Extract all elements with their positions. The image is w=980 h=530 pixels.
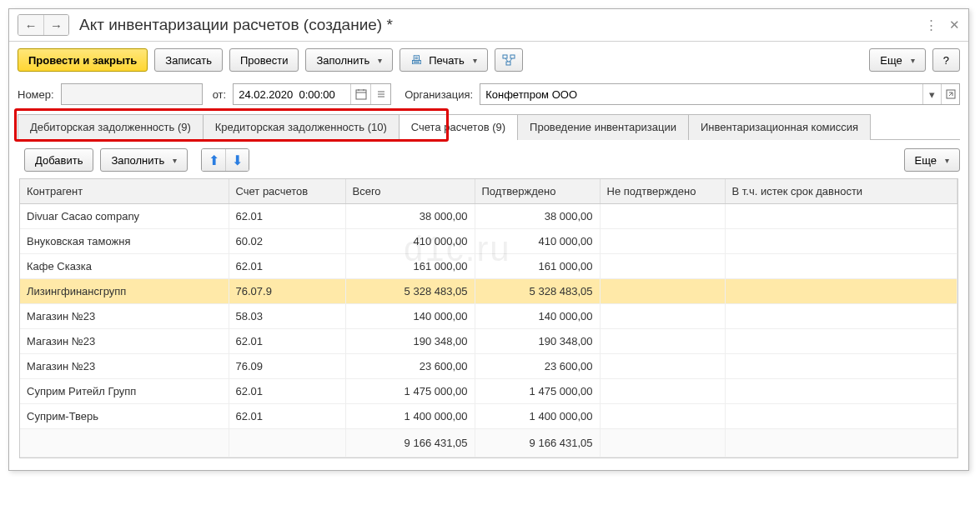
tab-accounts[interactable]: Счета расчетов (9) <box>399 114 518 140</box>
table-row[interactable]: Divuar Cacao company62.0138 000,0038 000… <box>20 204 957 229</box>
cell-expired <box>725 229 957 254</box>
calendar-icon[interactable] <box>350 84 370 104</box>
svg-rect-2 <box>506 62 510 65</box>
forward-button[interactable]: → <box>43 15 68 35</box>
table-row[interactable]: Магазин №2358.03140 000,00140 000,00 <box>20 304 957 329</box>
table-row[interactable]: Магазин №2362.01190 348,00190 348,00 <box>20 329 957 354</box>
cell-total: 5 328 483,05 <box>345 279 475 304</box>
total-sum: 9 166 431,05 <box>345 429 475 458</box>
arrow-up-icon: ⬆ <box>209 152 219 168</box>
cell-confirmed: 1 400 000,00 <box>475 404 600 429</box>
cell-account: 60.02 <box>229 229 345 254</box>
cell-counterparty: Магазин №23 <box>20 329 229 354</box>
cell-unconfirmed <box>600 304 725 329</box>
open-icon[interactable] <box>941 84 959 104</box>
cell-total: 140 000,00 <box>345 304 475 329</box>
organization-field[interactable]: ▾ <box>480 83 960 105</box>
cell-total: 190 348,00 <box>345 329 475 354</box>
add-row-button[interactable]: Добавить <box>24 148 93 172</box>
close-icon[interactable]: ✕ <box>949 18 960 32</box>
table-row[interactable]: Магазин №2376.0923 600,0023 600,00 <box>20 354 957 379</box>
cell-counterparty: Магазин №23 <box>20 354 229 379</box>
svg-rect-1 <box>510 55 515 58</box>
back-button[interactable]: ← <box>18 15 43 35</box>
cell-account: 62.01 <box>229 254 345 279</box>
cell-expired <box>725 304 957 329</box>
cell-account: 76.07.9 <box>229 279 345 304</box>
tab-creditors[interactable]: Кредиторская задолженность (10) <box>203 114 400 140</box>
page-title: Акт инвентаризации расчетов (создание) * <box>79 16 925 34</box>
print-button[interactable]: Печать <box>400 48 488 72</box>
more-button[interactable]: Еще <box>869 48 925 72</box>
table-row[interactable]: Кафе Сказка62.01161 000,00161 000,00 <box>20 254 957 279</box>
move-down-button[interactable]: ⬇ <box>225 149 249 171</box>
post-and-close-button[interactable]: Провести и закрыть <box>18 48 148 72</box>
arrow-down-icon: ⬇ <box>232 152 243 168</box>
cell-expired <box>725 404 957 429</box>
cell-counterparty: Суприм-Тверь <box>20 404 229 429</box>
cell-confirmed: 38 000,00 <box>475 204 600 229</box>
cell-counterparty: Суприм Ритейл Групп <box>20 379 229 404</box>
cell-expired <box>725 279 957 304</box>
org-label: Организация: <box>405 88 473 101</box>
col-unconfirmed[interactable]: Не подтверждено <box>600 179 725 204</box>
organization-input[interactable] <box>480 87 922 102</box>
fill-rows-button[interactable]: Заполнить <box>100 148 188 172</box>
cell-account: 62.01 <box>229 329 345 354</box>
help-button[interactable]: ? <box>932 48 960 72</box>
menu-icon[interactable]: ⋮ <box>925 18 937 32</box>
cell-total: 410 000,00 <box>345 229 475 254</box>
accounts-table: Контрагент Счет расчетов Всего Подтвержд… <box>20 179 957 458</box>
cell-confirmed: 1 475 000,00 <box>475 379 600 404</box>
fill-button[interactable]: Заполнить <box>305 48 393 72</box>
col-counterparty[interactable]: Контрагент <box>20 179 229 204</box>
col-expired[interactable]: В т.ч. истек срок давности <box>725 179 957 204</box>
cell-unconfirmed <box>600 229 725 254</box>
date-input[interactable] <box>234 87 350 102</box>
table-more-button[interactable]: Еще <box>904 148 960 172</box>
cell-account: 62.01 <box>229 404 345 429</box>
cell-counterparty: Внуковская таможня <box>20 229 229 254</box>
cell-unconfirmed <box>600 354 725 379</box>
number-label: Номер: <box>18 88 54 101</box>
cell-counterparty: Магазин №23 <box>20 304 229 329</box>
date-field[interactable] <box>233 83 391 105</box>
cell-confirmed: 190 348,00 <box>475 329 600 354</box>
number-field[interactable] <box>61 83 203 105</box>
cell-total: 161 000,00 <box>345 254 475 279</box>
post-button[interactable]: Провести <box>229 48 299 72</box>
date-menu-icon[interactable] <box>370 84 390 104</box>
cell-unconfirmed <box>600 404 725 429</box>
cell-confirmed: 5 328 483,05 <box>475 279 600 304</box>
table-row[interactable]: Внуковская таможня60.02410 000,00410 000… <box>20 229 957 254</box>
cell-confirmed: 23 600,00 <box>475 354 600 379</box>
tab-inventory-process[interactable]: Проведение инвентаризации <box>517 114 689 140</box>
dropdown-icon[interactable]: ▾ <box>922 84 941 104</box>
tab-commission[interactable]: Инвентаризационная комиссия <box>688 114 871 140</box>
table-row[interactable]: Суприм-Тверь62.011 400 000,001 400 000,0… <box>20 404 957 429</box>
printer-icon <box>410 53 424 67</box>
write-button[interactable]: Записать <box>154 48 223 72</box>
cell-account: 58.03 <box>229 304 345 329</box>
cell-expired <box>725 204 957 229</box>
cell-counterparty: Кафе Сказка <box>20 254 229 279</box>
totals-row: 9 166 431,05 9 166 431,05 <box>20 429 957 458</box>
cell-expired <box>725 254 957 279</box>
table-row[interactable]: Лизингфинансгрупп76.07.95 328 483,055 32… <box>20 279 957 304</box>
cell-confirmed: 140 000,00 <box>475 304 600 329</box>
cell-total: 23 600,00 <box>345 354 475 379</box>
col-confirmed[interactable]: Подтверждено <box>475 179 600 204</box>
cell-expired <box>725 379 957 404</box>
cell-unconfirmed <box>600 379 725 404</box>
move-up-button[interactable]: ⬆ <box>202 149 225 171</box>
table-row[interactable]: Суприм Ритейл Групп62.011 475 000,001 47… <box>20 379 957 404</box>
cell-unconfirmed <box>600 254 725 279</box>
structure-button[interactable] <box>495 48 523 72</box>
cell-counterparty: Divuar Cacao company <box>20 204 229 229</box>
tab-debtors[interactable]: Дебиторская задолженность (9) <box>18 114 204 140</box>
col-total[interactable]: Всего <box>345 179 475 204</box>
cell-total: 38 000,00 <box>345 204 475 229</box>
col-account[interactable]: Счет расчетов <box>229 179 345 204</box>
cell-expired <box>725 354 957 379</box>
cell-total: 1 475 000,00 <box>345 379 475 404</box>
